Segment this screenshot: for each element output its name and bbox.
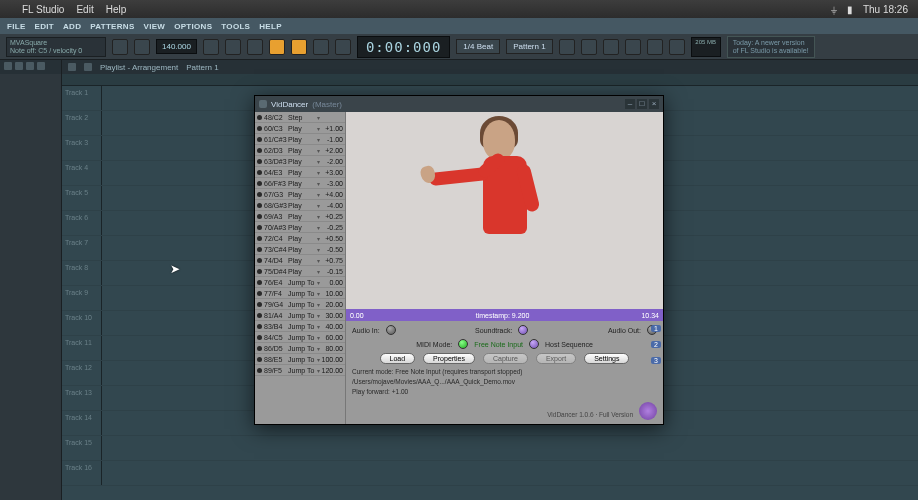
midi-row[interactable]: 72/C4Play▾+0.50	[255, 233, 345, 244]
midi-action[interactable]: Play	[288, 191, 316, 198]
midi-value[interactable]: -0.50	[321, 246, 343, 253]
dropdown-icon[interactable]: ▾	[317, 323, 320, 330]
side-indicator-3[interactable]: 3	[651, 357, 661, 364]
midi-action[interactable]: Play	[288, 180, 316, 187]
midi-value[interactable]: 100.00	[321, 356, 343, 363]
midi-action[interactable]: Jump To	[288, 323, 316, 330]
free-note-radio[interactable]	[458, 339, 468, 349]
dropdown-icon[interactable]: ▾	[317, 158, 320, 165]
playlist-menu-icon[interactable]	[68, 63, 76, 71]
dropdown-icon[interactable]: ▾	[317, 290, 320, 297]
plugin-titlebar[interactable]: VidDancer (Master) – □ ×	[255, 96, 663, 112]
midi-action[interactable]: Play	[288, 213, 316, 220]
midi-action[interactable]: Jump To	[288, 356, 316, 363]
playlist-tool-icon[interactable]	[84, 63, 92, 71]
dropdown-icon[interactable]: ▾	[317, 202, 320, 209]
playlist-ruler[interactable]	[62, 74, 918, 86]
fl-menu-patterns[interactable]: PATTERNS	[87, 21, 137, 32]
track-label[interactable]: Track 11	[62, 336, 102, 360]
track-label[interactable]: Track 16	[62, 461, 102, 485]
midi-row[interactable]: 67/G3Play▾+4.00	[255, 189, 345, 200]
track-label[interactable]: Track 15	[62, 436, 102, 460]
midi-action[interactable]: Jump To	[288, 290, 316, 297]
track-label[interactable]: Track 4	[62, 161, 102, 185]
midi-action[interactable]: Play	[288, 136, 316, 143]
midi-action[interactable]: Jump To	[288, 367, 316, 374]
track-label[interactable]: Track 2	[62, 111, 102, 135]
soundtrack-knob[interactable]	[518, 325, 528, 335]
browser-icon[interactable]	[26, 62, 34, 70]
audio-in-knob[interactable]	[386, 325, 396, 335]
fl-menu-add[interactable]: ADD	[60, 21, 84, 32]
side-indicator-1[interactable]: 1	[651, 325, 661, 332]
dropdown-icon[interactable]: ▾	[317, 169, 320, 176]
wifi-icon[interactable]: ⏚	[831, 4, 837, 15]
midi-value[interactable]: -0.25	[321, 224, 343, 231]
fl-menu-file[interactable]: FILE	[4, 21, 29, 32]
midi-action[interactable]: Play	[288, 158, 316, 165]
video-timeline[interactable]: 0.00 timestamp: 9.200 10.34	[345, 309, 663, 321]
midi-row[interactable]: 62/D3Play▾+2.00	[255, 145, 345, 156]
midi-value[interactable]: +4.00	[321, 191, 343, 198]
browser-icon[interactable]	[4, 62, 12, 70]
midi-value[interactable]: 10.00	[321, 290, 343, 297]
midi-row[interactable]: 83/B4Jump To▾40.00	[255, 321, 345, 332]
dropdown-icon[interactable]: ▾	[317, 367, 320, 374]
midi-row[interactable]: 61/C#3Play▾-1.00	[255, 134, 345, 145]
toolbar-btn[interactable]	[134, 39, 150, 55]
dropdown-icon[interactable]: ▾	[317, 114, 320, 121]
record-button[interactable]	[247, 39, 263, 55]
midi-action[interactable]: Play	[288, 169, 316, 176]
dropdown-icon[interactable]: ▾	[317, 301, 320, 308]
midi-row[interactable]: 60/C3Play▾+1.00	[255, 123, 345, 134]
midi-action[interactable]: Jump To	[288, 345, 316, 352]
side-indicator-2[interactable]: 2	[651, 341, 661, 348]
midi-action[interactable]: Play	[288, 235, 316, 242]
midi-row[interactable]: 75/D#4Play▾-0.15	[255, 266, 345, 277]
dropdown-icon[interactable]: ▾	[317, 257, 320, 264]
midi-row[interactable]: 70/A#3Play▾-0.25	[255, 222, 345, 233]
dropdown-icon[interactable]: ▾	[317, 191, 320, 198]
midi-action[interactable]: Jump To	[288, 301, 316, 308]
midi-row[interactable]: 48/C2Step▾	[255, 112, 345, 123]
dropdown-icon[interactable]: ▾	[317, 279, 320, 286]
dropdown-icon[interactable]: ▾	[317, 213, 320, 220]
browser-icon[interactable]	[37, 62, 45, 70]
menu-edit[interactable]: Edit	[76, 4, 93, 15]
midi-row[interactable]: 68/G#3Play▾-4.00	[255, 200, 345, 211]
midi-row[interactable]: 81/A4Jump To▾30.00	[255, 310, 345, 321]
battery-icon[interactable]: ▮	[847, 4, 853, 15]
settings-button[interactable]: Settings	[584, 353, 629, 364]
load-button[interactable]: Load	[380, 353, 416, 364]
beat-division[interactable]: 1/4 Beat	[456, 39, 500, 54]
dropdown-icon[interactable]: ▾	[317, 345, 320, 352]
midi-row[interactable]: 89/F5Jump To▾120.00	[255, 365, 345, 376]
toolbar-btn[interactable]	[335, 39, 351, 55]
midi-value[interactable]: -1.00	[321, 136, 343, 143]
toolbar-btn[interactable]	[647, 39, 663, 55]
track-label[interactable]: Track 10	[62, 311, 102, 335]
app-name[interactable]: FL Studio	[22, 4, 64, 15]
fl-menu-view[interactable]: VIEW	[141, 21, 169, 32]
track-label[interactable]: Track 8	[62, 261, 102, 285]
dropdown-icon[interactable]: ▾	[317, 268, 320, 275]
midi-value[interactable]: +0.50	[321, 235, 343, 242]
track-label[interactable]: Track 7	[62, 236, 102, 260]
midi-value[interactable]: -0.15	[321, 268, 343, 275]
midi-row[interactable]: 76/E4Jump To▾0.00	[255, 277, 345, 288]
midi-value[interactable]: 60.00	[321, 334, 343, 341]
toolbar-btn[interactable]	[112, 39, 128, 55]
close-icon[interactable]: ×	[649, 99, 659, 109]
midi-action[interactable]: Play	[288, 125, 316, 132]
minimize-icon[interactable]: –	[625, 99, 635, 109]
dropdown-icon[interactable]: ▾	[317, 334, 320, 341]
dropdown-icon[interactable]: ▾	[317, 246, 320, 253]
fl-menu-tools[interactable]: TOOLS	[218, 21, 253, 32]
bpm-display[interactable]: 140.000	[156, 39, 197, 54]
midi-mapping-list[interactable]: 48/C2Step▾60/C3Play▾+1.0061/C#3Play▾-1.0…	[255, 112, 345, 424]
midi-row[interactable]: 74/D4Play▾+0.75	[255, 255, 345, 266]
midi-value[interactable]: 80.00	[321, 345, 343, 352]
midi-row[interactable]: 63/D#3Play▾-2.00	[255, 156, 345, 167]
midi-row[interactable]: 86/D5Jump To▾80.00	[255, 343, 345, 354]
midi-row[interactable]: 66/F#3Play▾-3.00	[255, 178, 345, 189]
